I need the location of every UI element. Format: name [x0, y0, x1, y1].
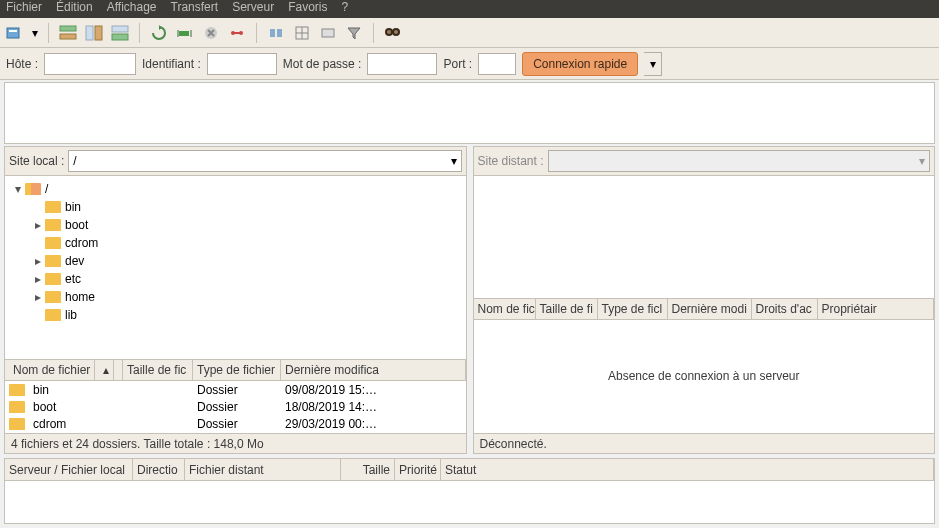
tree-label: /: [45, 182, 48, 196]
pass-input[interactable]: [367, 53, 437, 75]
refresh-icon[interactable]: [148, 22, 170, 44]
remote-tree: [474, 176, 935, 298]
remote-status: Déconnecté.: [474, 433, 935, 453]
pass-label: Mot de passe :: [283, 57, 362, 71]
svg-point-10: [231, 31, 235, 35]
filename: bin: [29, 383, 53, 397]
list-item[interactable]: binDossier09/08/2019 15:…: [5, 381, 466, 398]
expand-icon[interactable]: ▸: [31, 290, 45, 304]
svg-rect-7: [112, 34, 128, 40]
site-manager-drop-icon[interactable]: ▾: [30, 22, 40, 44]
disconnect-icon[interactable]: [226, 22, 248, 44]
tree-item[interactable]: ▸boot: [7, 216, 464, 234]
local-site-label: Site local :: [9, 154, 64, 168]
local-status: 4 fichiers et 24 dossiers. Taille totale…: [5, 433, 466, 453]
tree-item[interactable]: ▾/: [7, 180, 464, 198]
expand-icon[interactable]: ▸: [31, 272, 45, 286]
toggle-tree-icon[interactable]: [83, 22, 105, 44]
col-server[interactable]: Serveur / Fichier local: [5, 459, 133, 480]
tree-label: cdrom: [65, 236, 98, 250]
svg-rect-3: [60, 34, 76, 39]
filename: boot: [29, 400, 60, 414]
svg-rect-4: [86, 26, 93, 40]
col-perms[interactable]: Droits d'ac: [752, 299, 818, 319]
menu-help[interactable]: ?: [342, 0, 349, 14]
folder-icon: [45, 219, 61, 231]
queue-body[interactable]: [5, 481, 934, 523]
menu-file[interactable]: Fichier: [6, 0, 42, 14]
folder-icon: [45, 201, 61, 213]
user-label: Identifiant :: [142, 57, 201, 71]
folder-icon: [45, 237, 61, 249]
svg-rect-0: [7, 28, 19, 38]
port-input[interactable]: [478, 53, 516, 75]
user-input[interactable]: [207, 53, 277, 75]
col-filename[interactable]: Nom de fic: [474, 299, 536, 319]
tree-item[interactable]: bin: [7, 198, 464, 216]
tree-item[interactable]: cdrom: [7, 234, 464, 252]
tree-item[interactable]: ▸dev: [7, 252, 464, 270]
svg-rect-6: [112, 26, 128, 32]
filename: cdrom: [29, 417, 70, 431]
compare-icon[interactable]: [291, 22, 313, 44]
filter-icon[interactable]: [343, 22, 365, 44]
sync-browse-icon[interactable]: [317, 22, 339, 44]
local-list[interactable]: binDossier09/08/2019 15:…bootDossier18/0…: [5, 381, 466, 433]
col-size[interactable]: Taille de fic: [123, 360, 193, 380]
local-path-combo[interactable]: / ▾: [68, 150, 461, 172]
expand-icon[interactable]: ▸: [31, 254, 45, 268]
quickconnect-bar: Hôte : Identifiant : Mot de passe : Port…: [0, 48, 939, 80]
list-item[interactable]: cdromDossier29/03/2019 00:…: [5, 415, 466, 432]
expand-icon[interactable]: ▾: [11, 182, 25, 196]
cancel-icon[interactable]: [200, 22, 222, 44]
toggle-queue-icon[interactable]: [109, 22, 131, 44]
svg-point-18: [387, 30, 391, 34]
filetype: Dossier: [193, 400, 281, 414]
list-item[interactable]: bootDossier18/08/2019 14:…: [5, 398, 466, 415]
expand-icon[interactable]: ▸: [31, 218, 45, 232]
col-type[interactable]: Type de fichier: [193, 360, 281, 380]
menu-bookmarks[interactable]: Favoris: [288, 0, 327, 14]
col-status[interactable]: Statut: [441, 459, 934, 480]
col-filename[interactable]: Nom de fichier ▴: [5, 360, 123, 380]
local-tree[interactable]: ▾/bin▸bootcdrom▸dev▸etc▸homelib: [5, 176, 466, 359]
quickconnect-history-icon[interactable]: ▾: [644, 52, 662, 76]
tree-label: dev: [65, 254, 84, 268]
transfer-queue: Serveur / Fichier local Directio Fichier…: [4, 458, 935, 524]
toggle-log-icon[interactable]: [57, 22, 79, 44]
folder-icon: [45, 291, 61, 303]
local-pane: Site local : / ▾ ▾/bin▸bootcdrom▸dev▸etc…: [4, 146, 467, 454]
svg-rect-2: [60, 26, 76, 31]
col-modified[interactable]: Dernière modi: [668, 299, 752, 319]
tree-label: lib: [65, 308, 77, 322]
site-manager-icon[interactable]: [4, 22, 26, 44]
tree-item[interactable]: ▸home: [7, 288, 464, 306]
menu-server[interactable]: Serveur: [232, 0, 274, 14]
col-modified[interactable]: Dernière modifica: [281, 360, 466, 380]
remote-list-header: Nom de fic Taille de fi Type de ficl Der…: [474, 298, 935, 320]
col-direction[interactable]: Directio: [133, 459, 185, 480]
col-priority[interactable]: Priorité: [395, 459, 441, 480]
col-size[interactable]: Taille de fi: [536, 299, 598, 319]
filetype: Dossier: [193, 417, 281, 431]
svg-rect-15: [322, 29, 334, 37]
tree-item[interactable]: lib: [7, 306, 464, 324]
folder-icon: [45, 273, 61, 285]
quickconnect-button[interactable]: Connexion rapide: [522, 52, 638, 76]
folder-icon: [9, 401, 25, 413]
search-icon[interactable]: [382, 22, 404, 44]
tree-item[interactable]: ▸etc: [7, 270, 464, 288]
col-remote-file[interactable]: Fichier distant: [185, 459, 341, 480]
reconnect-icon[interactable]: [265, 22, 287, 44]
col-type[interactable]: Type de ficl: [598, 299, 668, 319]
col-size[interactable]: Taille: [341, 459, 395, 480]
menu-transfer[interactable]: Transfert: [171, 0, 219, 14]
menu-edit[interactable]: Édition: [56, 0, 93, 14]
menu-view[interactable]: Affichage: [107, 0, 157, 14]
process-queue-icon[interactable]: [174, 22, 196, 44]
host-input[interactable]: [44, 53, 136, 75]
svg-rect-13: [277, 29, 282, 37]
local-list-header: Nom de fichier ▴ Taille de fic Type de f…: [5, 359, 466, 381]
col-owner[interactable]: Propriétair: [818, 299, 935, 319]
message-log[interactable]: [4, 82, 935, 144]
